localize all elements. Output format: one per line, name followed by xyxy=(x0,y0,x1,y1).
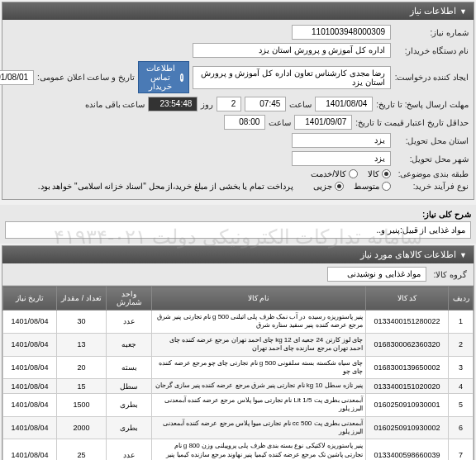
col-unit: واحد شمارش xyxy=(107,287,152,311)
cell-unit: عدد xyxy=(107,439,152,460)
partial-label: جزیی xyxy=(313,182,332,191)
cell-name: پنیر پاستوریزه رسیده در آب نمک ظرف پلی ا… xyxy=(152,311,366,334)
cell-code: 0133400151020020 xyxy=(366,379,449,393)
purchase-type-group: متوسط جزیی xyxy=(313,182,391,191)
buyer-value: اداره کل آموزش و پرورش استان یزد xyxy=(193,43,391,58)
cell-date: 1401/08/04 xyxy=(3,356,57,379)
purchase-type-label: نوع فرآیند خرید: xyxy=(394,182,469,191)
panel-title: اطلاعات نیاز xyxy=(410,6,456,17)
table-row[interactable]: 30168300139650002چای سیاه شکسته بسته سلف… xyxy=(3,356,474,379)
deadline-time-label: ساعت xyxy=(289,100,312,109)
province-label: استان محل تحویل: xyxy=(394,136,469,145)
cell-code: 0160250910930002 xyxy=(366,416,449,439)
subject-class-group: کالا کالا/خدمت xyxy=(311,169,391,178)
need-info-panel: ▼ اطلاعات نیاز شماره نیاز: 1101003948000… xyxy=(2,2,474,200)
cell-name: آبمعدنی بطری پت cc 500 نام تجارتی میوا پ… xyxy=(152,416,366,439)
subject-goods-radio[interactable]: کالا xyxy=(368,169,391,178)
table-row[interactable]: 50160250910930001آبمعدنی بطری پت Lit 1/5… xyxy=(3,393,474,416)
cell-qty: 20 xyxy=(57,356,107,379)
need-info-header[interactable]: ▼ اطلاعات نیاز xyxy=(2,2,474,20)
cell-unit: عدد xyxy=(107,311,152,334)
cell-date: 1401/08/04 xyxy=(3,379,57,393)
goods-label: کالا xyxy=(368,169,379,178)
subject-class-label: طبقه بندی موضوعی: xyxy=(394,169,469,178)
items-panel: ▼ اطلاعات کالاهای مورد نیاز گروه کالا: م… xyxy=(2,245,474,460)
radio-unchecked-icon xyxy=(382,182,391,191)
due-label: روز xyxy=(201,100,213,109)
cell-qty: 13 xyxy=(57,333,107,356)
deadline-label: مهلت ارسال پاسخ: تا تاریخ: xyxy=(376,100,469,109)
table-row[interactable]: 60160250910930002آبمعدنی بطری پت cc 500 … xyxy=(3,416,474,439)
cell-date: 1401/08/04 xyxy=(3,416,57,439)
collapse-arrow-icon: ▼ xyxy=(459,7,467,16)
cell-row: 2 xyxy=(449,333,474,356)
cell-name: چای لوز کارتن 24 جعبه ای kg 12 چای احمد … xyxy=(152,333,366,356)
group-value: مواد غذایی و نوشیدنی xyxy=(327,267,426,282)
col-row: ردیف xyxy=(449,287,474,311)
col-qty: تعداد / مقدار xyxy=(57,287,107,311)
cell-qty: 15 xyxy=(57,379,107,393)
requester-label: ایجاد کننده درخواست: xyxy=(394,73,469,82)
collapse-arrow-icon: ▼ xyxy=(459,251,467,259)
radio-unchecked-icon xyxy=(349,169,358,178)
cell-qty: 30 xyxy=(57,311,107,334)
cell-row: 1 xyxy=(449,311,474,334)
cell-row: 6 xyxy=(449,416,474,439)
validity-date: 1401/09/07 xyxy=(294,115,352,130)
need-number-value: 1101003948000309 xyxy=(292,25,391,40)
items-header[interactable]: ▼ اطلاعات کالاهای مورد نیاز xyxy=(2,246,474,263)
info-icon: i xyxy=(180,74,183,82)
cell-qty: 25 xyxy=(57,439,107,460)
table-row[interactable]: 10133400151280022پنیر پاستوریزه رسیده در… xyxy=(3,311,474,334)
due-days: 2 xyxy=(217,97,241,111)
purchase-partial-radio[interactable]: جزیی xyxy=(313,182,344,191)
cell-code: 0133400151280022 xyxy=(366,311,449,334)
contact-info-button[interactable]: i اطلاعات تماس خریدار xyxy=(138,61,189,93)
validity-time: 08:00 xyxy=(224,115,265,130)
cell-code: 0133400598660039 xyxy=(366,439,449,460)
cell-unit: سطل xyxy=(107,379,152,393)
need-number-label: شماره نیاز: xyxy=(394,28,469,37)
cell-name: چای سیاه شکسته بسته سلفونی g 500 نام تجا… xyxy=(152,356,366,379)
radio-checked-icon xyxy=(335,182,344,191)
cell-unit: جعبه xyxy=(107,333,152,356)
cell-code: 0168300062360320 xyxy=(366,333,449,356)
table-row[interactable]: 70133400598660039پنیر پاستوریزه لاکتیکی … xyxy=(3,439,474,460)
cell-code: 0168300139650002 xyxy=(366,356,449,379)
group-label: گروه کالا: xyxy=(433,270,467,279)
cell-unit: بسته xyxy=(107,356,152,379)
cell-row: 3 xyxy=(449,356,474,379)
subject-service-radio[interactable]: کالا/خدمت xyxy=(311,169,358,178)
description-section: شرح کلی نیاز: مواد غذایی از قبیل:پنیر و.… xyxy=(0,205,476,244)
table-row[interactable]: 20168300062360320چای لوز کارتن 24 جعبه ا… xyxy=(3,333,474,356)
cell-name: پنیر تازه سطل kg 10 نام تجارتی پنیر شرق … xyxy=(152,379,366,393)
cell-name: آبمعدنی بطری پت Lit 1/5 نام تجارتی میوا … xyxy=(152,393,366,416)
service-label: کالا/خدمت xyxy=(311,169,346,178)
cell-qty: 1500 xyxy=(57,393,107,416)
table-row[interactable]: 40133400151020020پنیر تازه سطل kg 10 نام… xyxy=(3,379,474,393)
announce-label: تاریخ و ساعت اعلان عمومی: xyxy=(37,73,135,82)
buyer-label: نام دستگاه خریدار: xyxy=(394,46,469,55)
purchase-medium-radio[interactable]: متوسط xyxy=(354,182,391,191)
desc-value: مواد غذایی از قبیل:پنیر و.. xyxy=(5,221,471,239)
cell-date: 1401/08/04 xyxy=(3,393,57,416)
cell-row: 4 xyxy=(449,379,474,393)
province-value: یزد xyxy=(292,133,391,148)
cell-date: 1401/08/04 xyxy=(3,311,57,334)
medium-label: متوسط xyxy=(354,182,379,191)
cell-name: پنیر پاستوریزه لاکتیکی نوع بسته بندی ظرف… xyxy=(152,439,366,460)
remain-label: ساعت باقی مانده xyxy=(85,100,145,109)
remaining-time: 23:54:48 xyxy=(148,97,198,111)
col-name: نام کالا xyxy=(152,287,366,311)
city-value: یزد xyxy=(292,151,391,166)
cell-row: 5 xyxy=(449,393,474,416)
cell-unit: بطری xyxy=(107,416,152,439)
payment-note: پرداخت تمام یا بخشی از مبلغ خرید،از محل … xyxy=(38,182,293,191)
cell-date: 1401/08/04 xyxy=(3,333,57,356)
cell-code: 0160250910930001 xyxy=(366,393,449,416)
col-date: تاریخ نیاز xyxy=(3,287,57,311)
deadline-date: 1401/08/04 xyxy=(315,97,373,111)
cell-date: 1401/08/04 xyxy=(3,439,57,460)
requester-value: رضا مجدی کارشناس تعاون اداره کل آموزش و … xyxy=(193,66,391,89)
col-code: کد کالا xyxy=(366,287,449,311)
